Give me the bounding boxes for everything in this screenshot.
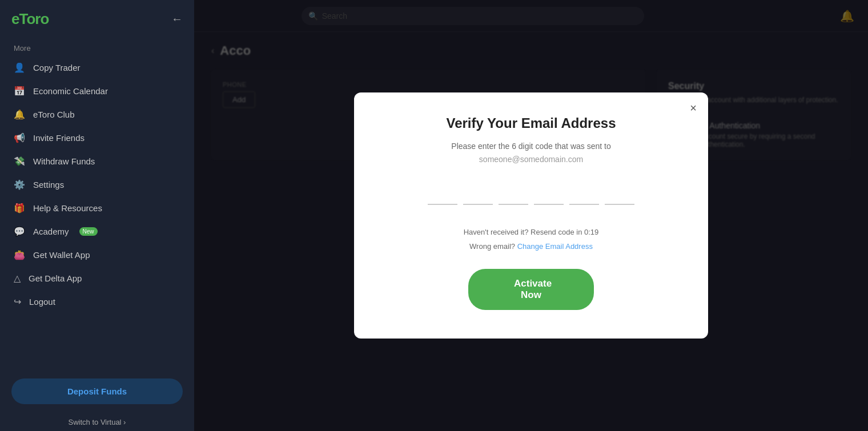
otp-input-3[interactable] — [499, 182, 528, 205]
economic-calendar-icon: 📅 — [14, 86, 25, 96]
sidebar-item-academy[interactable]: 💬 Academy New — [0, 220, 194, 243]
otp-input-4[interactable] — [534, 182, 564, 205]
back-arrow-icon[interactable]: ← — [171, 13, 183, 26]
sidebar-item-copy-trader[interactable]: 👤 Copy Trader — [0, 56, 194, 79]
main-content: 🔍 🔔 ‹ Acco PHONE Add Security Secure you… — [194, 0, 868, 431]
otp-input-2[interactable] — [463, 182, 493, 205]
sidebar-item-etoro-club[interactable]: 🔔 eToro Club — [0, 103, 194, 126]
wallet-app-icon: 👛 — [14, 249, 25, 260]
sidebar: eToro ← More 👤 Copy Trader 📅 Economic Ca… — [0, 0, 194, 431]
sidebar-item-invite-friends[interactable]: 📢 Invite Friends — [0, 126, 194, 150]
sidebar-item-label: Withdraw Funds — [33, 156, 95, 166]
modal-overlay: × Verify Your Email Address Please enter… — [194, 0, 868, 431]
sidebar-item-withdraw-funds[interactable]: 💸 Withdraw Funds — [0, 150, 194, 173]
sidebar-item-delta-app[interactable]: △ Get Delta App — [0, 267, 194, 290]
academy-badge: New — [79, 227, 98, 236]
sidebar-item-label: eToro Club — [33, 110, 75, 119]
otp-input-5[interactable] — [569, 182, 599, 205]
sidebar-item-label: Settings — [33, 180, 64, 190]
otp-input-6[interactable] — [605, 182, 634, 205]
sidebar-section-label: More — [0, 38, 194, 56]
modal-title: Verify Your Email Address — [446, 115, 616, 131]
academy-icon: 💬 — [14, 226, 25, 237]
activate-now-button[interactable]: Activate Now — [468, 269, 594, 310]
delta-app-icon: △ — [14, 273, 21, 284]
sidebar-item-label: Get Wallet App — [33, 250, 90, 260]
deposit-funds-button[interactable]: Deposit Funds — [11, 378, 183, 404]
otp-input-1[interactable] — [428, 182, 457, 205]
logo: eToro — [11, 10, 49, 28]
switch-virtual-link[interactable]: Switch to Virtual › — [0, 413, 194, 431]
wrong-email-label: Wrong email? — [469, 242, 515, 251]
settings-icon: ⚙️ — [14, 179, 25, 190]
sidebar-item-help-resources[interactable]: 🎁 Help & Resources — [0, 196, 194, 220]
resend-text: Haven't received it? Resend code in 0:19 — [464, 228, 599, 236]
help-resources-icon: 🎁 — [14, 203, 25, 214]
otp-inputs — [428, 182, 634, 205]
wrong-email-text: Wrong email? Change Email Address — [469, 242, 593, 251]
modal-close-button[interactable]: × — [690, 102, 697, 115]
sidebar-item-wallet-app[interactable]: 👛 Get Wallet App — [0, 243, 194, 267]
sidebar-item-label: Help & Resources — [33, 203, 102, 213]
modal-email: someone@somedomain.com — [479, 155, 583, 164]
sidebar-item-label: Academy — [33, 227, 69, 236]
invite-friends-icon: 📢 — [14, 132, 25, 143]
copy-trader-icon: 👤 — [14, 62, 25, 73]
modal-subtitle: Please enter the 6 digit code that was s… — [451, 140, 610, 152]
sidebar-item-label: Economic Calendar — [33, 86, 108, 96]
change-email-link[interactable]: Change Email Address — [517, 242, 593, 251]
sidebar-header: eToro ← — [0, 0, 194, 38]
sidebar-item-label: Copy Trader — [33, 63, 81, 72]
etoro-club-icon: 🔔 — [14, 109, 25, 120]
sidebar-item-logout[interactable]: ↪ Logout — [0, 290, 194, 313]
logo-text: eToro — [11, 10, 49, 27]
sidebar-item-label: Invite Friends — [33, 133, 85, 143]
logout-icon: ↪ — [14, 296, 21, 307]
sidebar-item-economic-calendar[interactable]: 📅 Economic Calendar — [0, 79, 194, 103]
sidebar-item-settings[interactable]: ⚙️ Settings — [0, 173, 194, 196]
withdraw-funds-icon: 💸 — [14, 156, 25, 167]
sidebar-item-label: Logout — [29, 297, 55, 307]
verify-email-modal: × Verify Your Email Address Please enter… — [354, 92, 708, 339]
sidebar-item-label: Get Delta App — [29, 273, 82, 283]
